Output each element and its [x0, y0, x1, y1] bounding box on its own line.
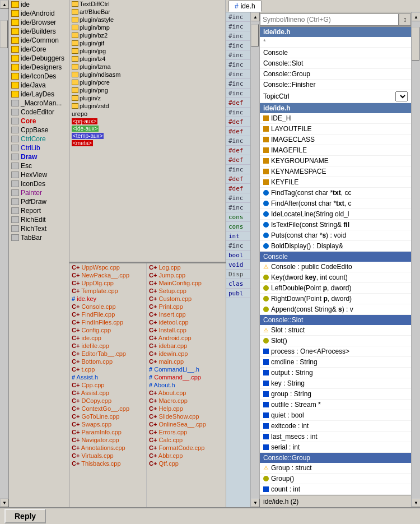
- list-item[interactable]: C+ SlideShow.cpp: [147, 412, 226, 420]
- nav-item-icondes2[interactable]: IconDes: [9, 179, 69, 188]
- list-item[interactable]: C+ Help.cpp: [147, 405, 226, 412]
- list-item[interactable]: C+ idefile.cpp: [69, 342, 146, 350]
- list-item[interactable]: C+ idewin.cpp: [147, 350, 226, 358]
- list-item[interactable]: C+ Custom.cpp: [147, 295, 226, 303]
- list-item[interactable]: # Assist.h: [69, 373, 146, 381]
- list-item[interactable]: C+ Setup.cpp: [147, 287, 226, 295]
- list-item-commandli[interactable]: # CommandLi__.h: [147, 365, 226, 373]
- list-item[interactable]: C+ idebar.cpp: [147, 342, 226, 350]
- file-plugin-jpg[interactable]: plugin/jpg: [69, 47, 225, 55]
- symbol-item-slot-struct[interactable]: ⚠ Slot : struct: [260, 325, 411, 336]
- left-nav-scroll[interactable]: ide ide/Android ide/Browser ide/Builders…: [9, 0, 69, 507]
- list-item[interactable]: C+ Jump.cpp: [147, 271, 226, 279]
- symbol-item-key-field[interactable]: key : String: [260, 378, 411, 389]
- list-item[interactable]: C+ Navigator.cpp: [69, 436, 146, 444]
- nav-item-icondes[interactable]: ide/IconDes: [9, 72, 69, 81]
- nav-item-java[interactable]: ide/Java: [9, 81, 69, 90]
- nav-item-debuggers[interactable]: ide/Debuggers: [9, 54, 69, 63]
- nav-item-ctrlcore[interactable]: CtrlCore: [9, 135, 69, 143]
- nav-item-richedit[interactable]: RichEdit: [9, 215, 69, 224]
- list-item[interactable]: C+ Macro.cpp: [147, 397, 226, 405]
- nav-item-ide[interactable]: ide: [9, 0, 69, 9]
- list-item[interactable]: C+ ContextGo__.cpp: [69, 405, 146, 412]
- sym-scroll-up[interactable]: ▲: [251, 12, 260, 21]
- list-item[interactable]: C+ Abbr.cpp: [147, 452, 226, 460]
- symbol-item-layoutfile[interactable]: LAYOUTFILE: [260, 124, 411, 135]
- symbol-item-output[interactable]: output : String: [260, 368, 411, 378]
- symbol-item-consolegroup[interactable]: Console::Group: [260, 69, 411, 80]
- sym-scroll-down[interactable]: ▼: [251, 498, 260, 507]
- list-item[interactable]: C+ Qtf.cpp: [147, 460, 226, 467]
- file-artbluebar[interactable]: art/BlueBar: [69, 8, 225, 16]
- nav-item-designers[interactable]: ide/Designers: [9, 63, 69, 72]
- symbol-item-quiet[interactable]: quiet : bool: [260, 410, 411, 421]
- list-item[interactable]: C+ Annotations.cpp: [69, 444, 146, 452]
- nav-item-painter[interactable]: Painter: [9, 188, 69, 197]
- symbol-item-idelocateline[interactable]: IdeLocateLine(String old_l: [260, 209, 411, 220]
- symbol-item-group-struct[interactable]: ⚠ Group : struct: [260, 463, 411, 474]
- symbol-item-cmdline[interactable]: cmdline : String: [260, 357, 411, 368]
- file-textdiffctrl[interactable]: TextDiffCtrl: [69, 0, 225, 8]
- sym-right-scroll-down[interactable]: ▼: [412, 498, 420, 507]
- symbol-search-input[interactable]: [260, 13, 399, 26]
- symbol-item-leftdouble[interactable]: LeftDouble(Point p, dword): [260, 283, 411, 294]
- topicctrl-dropdown[interactable]: [395, 91, 408, 101]
- nav-item-core-item[interactable]: Core: [9, 117, 69, 126]
- nav-item-ctrllib[interactable]: CtrlLib: [9, 143, 69, 152]
- symbol-item-rightdown[interactable]: RightDown(Point p, dword): [260, 294, 411, 304]
- file-plugin-pcre[interactable]: plugin/pcre: [69, 78, 225, 86]
- symbol-item-ide-h[interactable]: IDE_H: [260, 113, 411, 124]
- list-item[interactable]: C+ OnlineSea__.cpp: [147, 420, 226, 428]
- symbol-item-process[interactable]: process : One<AProcess>: [260, 346, 411, 357]
- list-item[interactable]: # ide.key: [69, 295, 146, 303]
- symbol-item-exitcode[interactable]: exitcode : int: [260, 421, 411, 432]
- symbol-item-key[interactable]: Key(dword key, int count): [260, 272, 411, 283]
- list-item[interactable]: C+ GoToLine.cpp: [69, 412, 146, 420]
- reply-button[interactable]: Reply: [4, 509, 46, 523]
- nav-item-android[interactable]: ide/Android: [9, 9, 69, 18]
- symbol-item-bolddisplay[interactable]: BoldDisplay() : Display&: [260, 241, 411, 252]
- symbol-item-topicctrl[interactable]: TopicCtrl: [260, 90, 411, 103]
- symbol-right-scrollbar[interactable]: ▲ ▼: [411, 12, 420, 507]
- list-item-command[interactable]: # Command__.cpp: [147, 373, 226, 381]
- nav-item-browser[interactable]: ide/Browser: [9, 18, 69, 27]
- list-item[interactable]: C+ Config.cpp: [69, 326, 146, 334]
- symbol-item-slot-ctor[interactable]: Slot(): [260, 336, 411, 346]
- nav-item-richtext[interactable]: RichText: [9, 224, 69, 233]
- symbol-item-puts[interactable]: Puts(const char *s) : void: [260, 230, 411, 241]
- list-item[interactable]: C+ Android.cpp: [147, 334, 226, 342]
- nav-item-draw[interactable]: Draw: [9, 152, 69, 161]
- nav-item-laydes[interactable]: ide/LayDes: [9, 90, 69, 99]
- list-item[interactable]: C+ About.cpp: [147, 389, 226, 397]
- nav-item-esc[interactable]: Esc: [9, 161, 69, 170]
- symbol-item-keyfile[interactable]: KEYFILE: [260, 177, 411, 188]
- file-plugin-lz4[interactable]: plugin/lz4: [69, 55, 225, 63]
- list-item[interactable]: C+ idetool.cpp: [147, 318, 226, 326]
- list-item[interactable]: C+ Insert.cpp: [147, 310, 226, 318]
- list-item[interactable]: C+ Thisbacks.cpp: [69, 460, 146, 467]
- list-item[interactable]: C+ DCopy.cpp: [69, 397, 146, 405]
- file-plugin-ndisasm[interactable]: plugin/ndisasm: [69, 71, 225, 78]
- nav-item-core[interactable]: ide/Core: [9, 45, 69, 54]
- list-item[interactable]: C+ NewPacka__.cpp: [69, 271, 146, 279]
- file-temp-aux[interactable]: <temp-aux>: [69, 132, 225, 140]
- symbol-item-serial[interactable]: serial : int: [260, 442, 411, 453]
- nav-item-pdfdraw[interactable]: PdfDraw: [9, 197, 69, 206]
- sym-right-scroll-thumb[interactable]: [412, 27, 419, 61]
- nav-item-report[interactable]: Report: [9, 206, 69, 215]
- list-item[interactable]: C+ Log.cpp: [147, 263, 226, 271]
- list-item[interactable]: C+ Calc.cpp: [147, 436, 226, 444]
- file-plugin-z[interactable]: plugin/z: [69, 94, 225, 102]
- nav-item-codeeditor[interactable]: CodeEditor: [9, 108, 69, 117]
- symbol-item-keygroupname[interactable]: KEYGROUPNAME: [260, 156, 411, 166]
- nav-item-common[interactable]: ide/Common: [9, 36, 69, 45]
- symbol-item-consoleslot[interactable]: Console::Slot: [260, 58, 411, 69]
- file-prj-aux[interactable]: <prj-aux>: [69, 118, 225, 125]
- symbol-item-keynamespace[interactable]: KEYNAMESPACE: [260, 166, 411, 177]
- file-plugin-png[interactable]: plugin/png: [69, 86, 225, 94]
- symbol-file-header[interactable]: ide/ide.h: [260, 27, 411, 37]
- list-item[interactable]: C+ Console.cpp: [69, 303, 146, 310]
- symbol-item-count[interactable]: count : int: [260, 484, 411, 495]
- list-item[interactable]: C+ Cpp.cpp: [69, 381, 146, 389]
- symbol-file-header-2[interactable]: ide/ide.h: [260, 103, 411, 113]
